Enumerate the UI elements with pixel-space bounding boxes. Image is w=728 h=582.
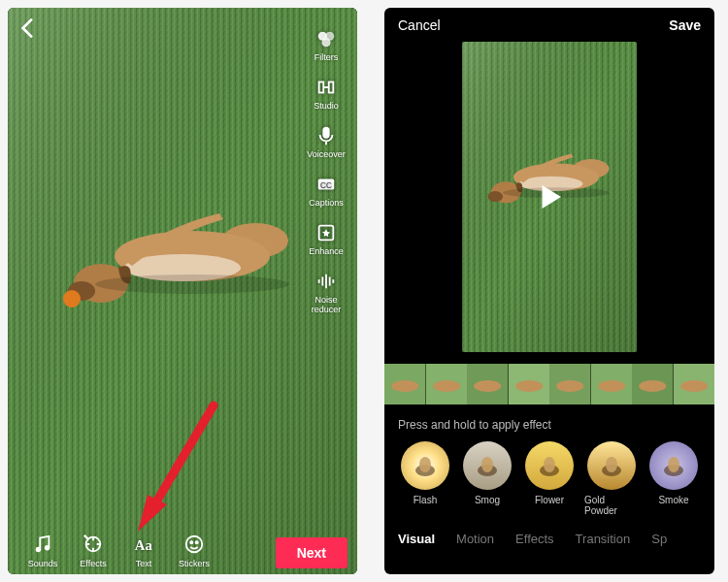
svg-point-30 (37, 548, 41, 552)
stickers-icon (182, 532, 207, 557)
svg-rect-18 (323, 128, 329, 138)
timeline-frame[interactable] (674, 364, 715, 404)
sounds-icon (30, 532, 55, 557)
tab-split[interactable]: Sp (651, 532, 667, 546)
stickers-button[interactable]: Stickers (169, 532, 219, 568)
effect-label: Gold Powder (584, 495, 639, 516)
video-timeline[interactable] (384, 364, 714, 404)
enhance-button[interactable]: Enhance (303, 221, 349, 256)
save-button[interactable]: Save (669, 17, 701, 33)
studio-icon (314, 76, 338, 99)
effect-thumb (401, 441, 449, 490)
side-tool-label: Noise reducer (303, 295, 349, 314)
sounds-button[interactable]: Sounds (17, 532, 68, 568)
bottom-tool-label: Stickers (179, 559, 210, 568)
back-button[interactable] (16, 16, 41, 41)
effect-label: Flower (535, 495, 564, 505)
bottom-tool-label: Sounds (28, 559, 58, 568)
svg-point-46 (391, 380, 418, 392)
tab-visual[interactable]: Visual (398, 532, 435, 546)
bottom-tool-label: Effects (80, 559, 106, 568)
effect-label: Smoke (658, 495, 688, 505)
effects-editor-screen: Cancel Save (384, 8, 714, 574)
svg-line-28 (151, 405, 214, 510)
svg-point-70 (668, 457, 679, 472)
svg-point-62 (419, 457, 431, 472)
effects-row: FlashSmogFlowerGold PowderSmoke (384, 441, 714, 524)
annotation-arrow (138, 396, 225, 541)
side-tool-label: Enhance (309, 246, 344, 256)
timeline-frame[interactable] (632, 364, 674, 404)
svg-point-54 (556, 380, 583, 392)
effect-thumb (463, 441, 512, 490)
svg-point-52 (515, 380, 543, 392)
svg-point-50 (474, 380, 501, 392)
svg-point-31 (46, 546, 50, 550)
chevron-left-icon (16, 16, 41, 41)
noise-reducer-button[interactable]: Noise reducer (303, 270, 349, 314)
effect-flash[interactable]: Flash (398, 441, 452, 516)
enhance-icon (314, 221, 338, 244)
svg-point-64 (481, 457, 493, 472)
svg-rect-15 (319, 82, 324, 93)
svg-point-35 (190, 541, 192, 543)
captions-icon: CC (314, 173, 338, 196)
noise-reducer-icon (314, 270, 338, 293)
effects-header: Cancel Save (384, 8, 714, 39)
tab-effects[interactable]: Effects (515, 532, 554, 546)
text-button[interactable]: AaText (118, 532, 169, 568)
svg-text:Aa: Aa (135, 537, 153, 553)
svg-point-14 (321, 38, 330, 47)
svg-point-10 (95, 275, 289, 294)
side-toolbar: FiltersStudioVoiceoverCCCaptionsEnhanceN… (303, 27, 349, 314)
effects-hint: Press and hold to apply effect (384, 404, 714, 441)
filters-button[interactable]: Filters (303, 27, 349, 62)
timeline-frame[interactable] (426, 364, 468, 404)
filters-icon (314, 27, 338, 50)
svg-point-68 (606, 457, 617, 472)
svg-rect-16 (329, 82, 334, 93)
voiceover-icon (314, 124, 338, 147)
effect-thumb (587, 441, 636, 490)
svg-point-36 (196, 541, 198, 543)
voiceover-button[interactable]: Voiceover (303, 124, 349, 159)
timeline-frame[interactable] (591, 364, 633, 404)
timeline-frame[interactable] (509, 364, 550, 404)
timeline-frame[interactable] (467, 364, 509, 404)
svg-point-48 (433, 380, 460, 392)
svg-point-56 (598, 380, 625, 392)
tab-transition[interactable]: Transition (576, 532, 631, 546)
side-tool-label: Voiceover (307, 149, 346, 159)
svg-point-11 (63, 290, 81, 307)
svg-point-58 (639, 380, 666, 392)
video-editor-screen: FiltersStudioVoiceoverCCCaptionsEnhanceN… (8, 8, 357, 574)
effect-thumb (649, 441, 698, 490)
effects-button[interactable]: Effects (68, 532, 118, 568)
timeline-frame[interactable] (549, 364, 591, 404)
effect-gold-powder[interactable]: Gold Powder (584, 441, 639, 516)
video-preview-left[interactable]: FiltersStudioVoiceoverCCCaptionsEnhanceN… (8, 8, 357, 574)
tab-motion[interactable]: Motion (456, 532, 494, 546)
svg-point-60 (680, 380, 708, 392)
studio-button[interactable]: Studio (303, 76, 349, 111)
side-tool-label: Filters (314, 52, 339, 62)
effect-smoke[interactable]: Smoke (646, 441, 701, 516)
bottom-toolbar: SoundsEffectsAaTextStickers Next (8, 524, 357, 574)
timeline-frame[interactable] (384, 364, 426, 404)
cancel-button[interactable]: Cancel (398, 17, 441, 33)
effect-smog[interactable]: Smog (460, 441, 514, 516)
text-icon: Aa (131, 532, 156, 557)
svg-text:CC: CC (320, 181, 332, 190)
captions-button[interactable]: CCCaptions (303, 173, 349, 208)
effect-label: Flash (414, 495, 437, 505)
play-button[interactable] (462, 42, 637, 352)
video-preview-right[interactable] (384, 39, 714, 354)
next-button[interactable]: Next (276, 537, 347, 568)
effects-icon (81, 532, 106, 557)
svg-point-34 (186, 536, 203, 553)
effects-tabs: VisualMotionEffectsTransitionSp (384, 524, 714, 556)
effect-flower[interactable]: Flower (522, 441, 577, 516)
effect-thumb (525, 441, 574, 490)
bottom-tool-label: Text (136, 559, 152, 568)
effect-label: Smog (475, 495, 500, 505)
